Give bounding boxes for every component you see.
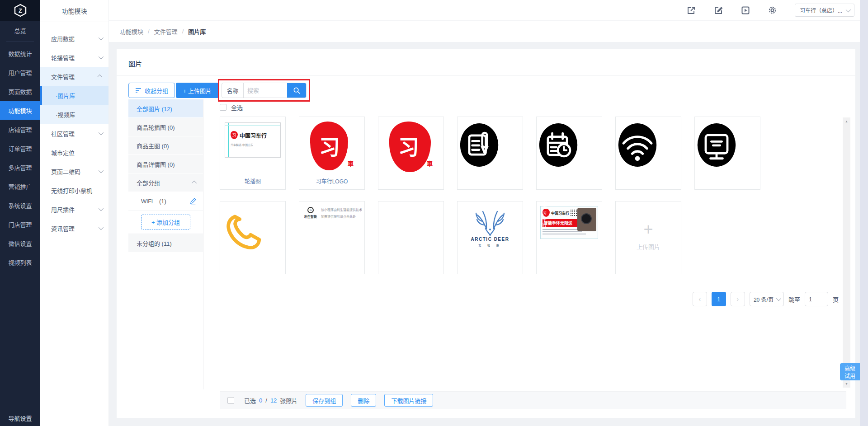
deer-brand-subtext: 北 极 鹿 <box>458 243 523 247</box>
group-list: 全部图片 (12) 商品轮播图 (0) 商品主图 (0) 商品详情图 (0) 全… <box>128 99 203 389</box>
image-card-phone-icon[interactable] <box>220 201 286 274</box>
sidebar-item-marketing[interactable]: 营销推广 <box>0 177 40 196</box>
chevron-down-icon <box>99 35 104 40</box>
document-pen-icon <box>458 121 501 169</box>
save-to-group-button[interactable]: 保存到组 <box>306 394 343 407</box>
page-number-1[interactable]: 1 <box>712 292 726 306</box>
sidebar-item-order-mgmt[interactable]: 订单管理 <box>0 139 40 158</box>
image-card-wifi-icon[interactable] <box>615 117 681 190</box>
scroll-down-icon[interactable]: ▼ <box>843 382 850 385</box>
submenu-page-qrcode[interactable]: 页面二维码 <box>40 162 108 181</box>
upload-image-button[interactable]: + 上传图片 <box>176 83 219 98</box>
breadcrumb: 功能模块 / 文件管理 / 图片库 <box>109 21 868 42</box>
select-all-row: 全选 <box>220 103 243 112</box>
breadcrumb-image-library: 图片库 <box>188 27 206 36</box>
image-library-panel: 图片 收起分组 + 上传图片 名称 全部图片 ( <box>117 49 855 418</box>
prev-page-button[interactable]: ‹ <box>693 292 707 306</box>
premium-trial-badge[interactable]: 高级 试用 <box>840 363 860 380</box>
gear-icon[interactable] <box>768 5 778 15</box>
selected-count: 0 <box>259 397 262 404</box>
sidebar-item-overview[interactable]: 总览 <box>0 21 40 40</box>
submenu-news-mgmt[interactable]: 资讯管理 <box>40 219 108 238</box>
collapse-groups-button[interactable]: 收起分组 <box>128 83 175 98</box>
content-scrollbar[interactable]: ▲ ▼ <box>843 117 850 388</box>
image-card-calendar-icon[interactable] <box>536 117 602 190</box>
image-card-xichehang-logo[interactable]: 习 車 习车行LOGO <box>299 117 365 190</box>
banner-thumbnail: 习 中国习车行 汽车精选·中国山东 <box>225 122 281 158</box>
submenu-app-data[interactable]: 应用数据 <box>40 29 108 48</box>
sidebar-item-page-data[interactable]: 页面数据 <box>0 82 40 101</box>
submenu-carousel-mgmt[interactable]: 轮播管理 <box>40 48 108 67</box>
add-group-button[interactable]: + 添加分组 <box>141 215 190 229</box>
search-button[interactable] <box>287 83 306 98</box>
submenu-video-library[interactable]: ·视频库 <box>40 105 108 124</box>
play-video-icon[interactable] <box>741 5 750 15</box>
image-card-tech-support[interactable]: S 利生智能 该小程序由利生智能提供技术支持 如需提供服务请点击此处 <box>299 201 365 274</box>
sidebar-item-store-mgmt[interactable]: 门店管理 <box>0 215 40 234</box>
download-links-button[interactable]: 下载图片链接 <box>384 394 433 407</box>
sidebar-item-wechat-settings[interactable]: 微信设置 <box>0 234 40 253</box>
window-scrollbar[interactable] <box>860 0 868 426</box>
compose-icon[interactable] <box>713 5 723 15</box>
image-caption: 轮播图 <box>220 177 285 185</box>
group-all-images[interactable]: 全部图片 (12) <box>128 99 203 118</box>
group-product-carousel[interactable]: 商品轮播图 (0) <box>128 118 203 136</box>
sidebar-item-user-mgmt[interactable]: 用户管理 <box>0 63 40 82</box>
group-ungrouped[interactable]: 未分组的 (11) <box>128 234 203 253</box>
submenu-file-mgmt[interactable]: 文件管理 <box>40 67 108 86</box>
submenu-image-library[interactable]: ·图片库 <box>40 86 108 105</box>
group-product-main[interactable]: 商品主图 (0) <box>128 136 203 155</box>
image-card-promo-flyer[interactable]: 中国习车行 中国习车行 智能手环无限送 <box>536 201 602 274</box>
open-in-new-icon[interactable] <box>686 5 696 15</box>
group-wifi[interactable]: WiFi (1) <box>128 192 203 211</box>
account-selector[interactable]: 习车行（总店）... <box>795 4 854 17</box>
wifi-icon <box>616 121 659 169</box>
image-card-xichehang-seal[interactable]: 习 車 <box>378 117 444 190</box>
secondary-sidebar-title: 功能模块 <box>40 0 108 22</box>
sidebar-item-system-settings[interactable]: 系统设置 <box>0 196 40 215</box>
qr-code-icon <box>571 210 577 216</box>
submenu-wireless-printer[interactable]: 无线打印小票机 <box>40 181 108 200</box>
upload-image-card[interactable]: + 上传图片 <box>615 201 681 274</box>
group-all-groups-toggle[interactable]: 全部分组 <box>128 173 203 192</box>
breadcrumb-file-mgmt[interactable]: 文件管理 <box>154 27 178 36</box>
sidebar-item-multistore-mgmt[interactable]: 多店管理 <box>0 158 40 177</box>
image-card-document-icon[interactable] <box>457 117 523 190</box>
edit-pencil-icon[interactable] <box>189 197 197 205</box>
sidebar-item-video-list[interactable]: 视频列表 <box>0 253 40 272</box>
red-seal-logo: 习 車 <box>309 121 354 174</box>
image-card-monitor-icon[interactable] <box>694 117 760 190</box>
selected-label: 已选 <box>244 396 256 405</box>
image-card-arctic-deer[interactable]: ARCTIC DEER 北 极 鹿 <box>457 201 523 274</box>
sidebar-item-feature-modules[interactable]: 功能模块 <box>0 101 40 120</box>
topbar: 习车行（总店）... <box>109 0 868 21</box>
promo-strip-text: 智能手环无限送 <box>542 219 580 227</box>
nav-settings-link[interactable]: 导航设置 <box>0 414 40 422</box>
primary-sidebar: Z 总览 数据统计 用户管理 页面数据 功能模块 店铺管理 订单管理 多店管理 … <box>0 0 40 426</box>
select-all-checkbox[interactable] <box>220 104 226 111</box>
submenu-city-location[interactable]: 城市定位 <box>40 143 108 162</box>
select-batch-checkbox[interactable] <box>227 397 234 404</box>
total-count: 12 <box>270 397 277 404</box>
sidebar-item-shop-mgmt[interactable]: 店铺管理 <box>0 120 40 139</box>
delete-button[interactable]: 删除 <box>351 394 376 407</box>
phone-handset-icon <box>220 210 264 253</box>
app-logo[interactable]: Z <box>0 0 40 21</box>
jump-page-input[interactable] <box>805 292 828 306</box>
submenu-ruler-plugin[interactable]: 甩尺插件 <box>40 200 108 219</box>
image-card-carousel-banner[interactable]: 习 中国习车行 汽车精选·中国山东 轮播图 <box>220 117 286 190</box>
breadcrumb-feature-modules[interactable]: 功能模块 <box>120 27 143 36</box>
image-card-blank[interactable] <box>378 201 444 274</box>
select-all-label: 全选 <box>231 103 243 112</box>
page-size-select[interactable]: 20 条/页 <box>750 292 784 306</box>
sidebar-item-data-stats[interactable]: 数据统计 <box>0 44 40 63</box>
group-product-detail[interactable]: 商品详情图 (0) <box>128 155 203 173</box>
search-input[interactable] <box>244 83 287 98</box>
chevron-down-icon <box>99 130 104 135</box>
red-seal-icon: 习 <box>231 131 238 139</box>
next-page-button[interactable]: › <box>731 292 745 306</box>
submenu-community-mgmt[interactable]: 社区管理 <box>40 124 108 143</box>
app-root: Z 总览 数据统计 用户管理 页面数据 功能模块 店铺管理 订单管理 多店管理 … <box>0 0 868 426</box>
scroll-up-icon[interactable]: ▲ <box>843 120 850 123</box>
chevron-down-icon <box>99 206 104 211</box>
